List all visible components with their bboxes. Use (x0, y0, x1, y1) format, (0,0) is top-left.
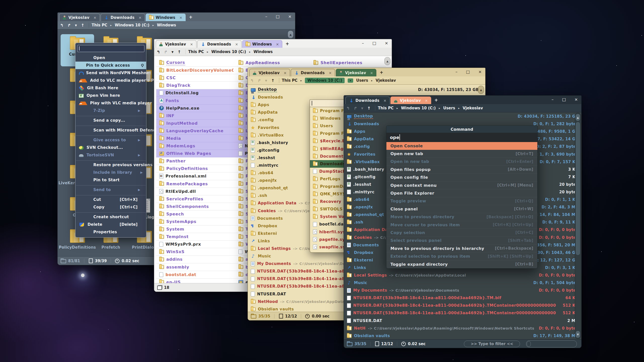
file-row[interactable]: NetHood -> C:\Users\Vjekoslav\AppData\Ro… (344, 325, 580, 332)
file-row[interactable]: RemotePackages (156, 180, 235, 188)
file-row[interactable]: NTUSER.DAT{53b39e88-18c4-11ea-a811-000d3… (344, 309, 580, 317)
context-menu-item[interactable]: Send a copy... (75, 117, 146, 124)
crumb-users[interactable]: Users (443, 106, 455, 110)
file-row[interactable]: Panther (156, 157, 235, 165)
back-button[interactable]: ↰ (60, 23, 63, 28)
new-tab-button[interactable]: + (434, 98, 438, 103)
file-row[interactable]: ShellExperiences (310, 59, 386, 67)
palette-command[interactable]: Open context menu [Ctrl+M] [Menu] (386, 182, 537, 189)
context-menu-item[interactable]: Properties (75, 228, 146, 236)
file-row[interactable]: ServiceProfiles (156, 195, 235, 203)
context-menu-item[interactable] (76, 211, 146, 213)
file-row[interactable]: PolicyDefinitions (156, 165, 235, 172)
palette-command[interactable]: Close panel [Ctrl+W] (386, 205, 537, 213)
tab[interactable]: Windows × (242, 40, 282, 48)
up-button[interactable]: ↑ (367, 106, 371, 111)
context-menu-item[interactable]: Give access to ▶ (75, 136, 146, 144)
context-menu-item[interactable]: Create shortcut (75, 213, 146, 221)
file-row[interactable]: Desktop D: 43034, F: 125185, 23 GB (344, 113, 580, 120)
context-menu-item[interactable]: Open Vim here (75, 92, 146, 99)
crumb-this-pc[interactable]: This PC (92, 23, 107, 27)
history-dropdown-button[interactable]: ▾ (75, 23, 77, 28)
close-button[interactable]: × (575, 97, 578, 102)
context-menu-filter-input[interactable] (77, 45, 144, 52)
file-row[interactable]: Fonts (156, 97, 235, 104)
history-dropdown-button[interactable]: ▾ (172, 50, 174, 54)
palette-command[interactable]: Open in new tab [Ctrl+Enter] (386, 158, 537, 166)
forward-button[interactable]: ↱ (164, 50, 167, 54)
back-button[interactable]: ↰ (157, 50, 160, 54)
tab-close-icon[interactable]: × (179, 16, 182, 20)
palette-command[interactable]: Open new tab [Ctrl+T] (386, 150, 537, 158)
back-button[interactable]: ↰ (346, 106, 350, 111)
context-menu-item[interactable]: Delete [Delete] (75, 221, 146, 228)
context-menu-item[interactable] (76, 184, 146, 186)
tab[interactable]: Downloads × (345, 97, 390, 104)
file-row[interactable]: en-US (156, 279, 235, 283)
close-button[interactable]: × (288, 14, 292, 19)
palette-command[interactable]: Extend selection to previous item [Shift… (386, 252, 537, 260)
palette-command[interactable]: Copy selection [Ctrl+C] (386, 229, 537, 237)
file-row[interactable]: Obsidian vaults D: 17, F: 149, 38 MB (344, 332, 580, 339)
tab[interactable]: Downloads × (291, 69, 335, 76)
tab-close-icon[interactable]: × (284, 71, 287, 75)
tab[interactable]: Windows × (146, 14, 186, 21)
type-to-filter-button[interactable]: >> Type to filter << (464, 341, 520, 347)
crumb-this-pc[interactable]: This PC (188, 50, 204, 54)
file-row[interactable]: WMSysPr9.prx (156, 241, 235, 248)
context-menu-item[interactable] (76, 159, 146, 161)
palette-command[interactable]: Open config file (386, 174, 537, 182)
file-row[interactable]: Music D: 0, F: 1, 504 bytes (344, 279, 580, 287)
context-menu-item[interactable]: Pin to Start (75, 176, 146, 184)
scroll-up-button[interactable]: ▲ (288, 30, 294, 38)
context-menu-item[interactable]: TortoiseSVN ▶ (75, 151, 146, 159)
up-button[interactable]: ↑ (178, 50, 181, 54)
file-row[interactable]: DiagTrack (156, 82, 235, 89)
context-menu-item[interactable]: Pin to Quick access (75, 62, 146, 69)
file-row[interactable]: TempInst (156, 233, 235, 241)
file-row[interactable]: LanguageOverlayCache (156, 127, 235, 135)
context-menu-item[interactable]: Restore previous versions (75, 161, 146, 169)
context-menu-item[interactable] (76, 125, 146, 126)
tab[interactable]: Downloads × (197, 40, 242, 48)
tab-close-icon[interactable]: × (93, 16, 96, 20)
crumb-windows[interactable]: Windows (254, 50, 273, 54)
scroll-thumb[interactable] (575, 122, 580, 255)
crumb-users[interactable]: Users (356, 78, 368, 83)
file-row[interactable]: RtlExUpd.dll (156, 188, 235, 195)
file-row[interactable]: HelpPane.exe (156, 105, 235, 112)
palette-command[interactable]: Move to previous directory [Backspace] [… (386, 213, 537, 221)
maximize-button[interactable]: □ (466, 69, 470, 74)
maximize-button[interactable]: □ (372, 41, 376, 46)
context-menu-item[interactable]: Send to ▶ (75, 186, 146, 194)
scroll-up-button[interactable]: ▲ (384, 57, 390, 65)
palette-command[interactable]: Select previous panel [Shift+Tab] (386, 237, 537, 245)
palette-command[interactable]: Open Console (386, 142, 537, 150)
maximize-button[interactable]: □ (276, 14, 279, 19)
context-menu-item[interactable] (76, 194, 146, 195)
palette-search-input[interactable]: ope (386, 133, 537, 142)
minimize-button[interactable]: – (362, 41, 364, 46)
titlebar[interactable]: Downloads × Vjekoslav × + – □ × (344, 96, 581, 104)
titlebar[interactable]: Vjekoslav × Downloads × Vjekoslav × + – … (248, 68, 485, 76)
new-tab-button[interactable]: + (380, 70, 383, 75)
file-row[interactable]: ShellComponents (156, 203, 235, 210)
file-row[interactable]: assembly (156, 263, 235, 271)
history-dropdown-button[interactable]: ▾ (361, 106, 363, 111)
tab[interactable]: Vjekoslav × (59, 14, 100, 21)
up-button[interactable]: ↑ (271, 78, 274, 83)
file-row[interactable]: Offline Web Pages (156, 150, 235, 157)
palette-command[interactable]: Move to previous directory in hierarchy … (386, 245, 537, 252)
crumb-drive[interactable]: Windows 10 (C:) (115, 23, 149, 27)
tab-close-icon[interactable]: × (190, 42, 193, 46)
file-row[interactable]: Media (156, 135, 235, 142)
palette-command[interactable]: Open files popup [Alt+Down] (386, 166, 537, 173)
file-row[interactable]: INF (156, 112, 235, 120)
file-row[interactable]: System (156, 225, 235, 233)
file-row[interactable]: Speech (156, 210, 235, 218)
scroll-up-button[interactable]: ▲ (478, 86, 484, 94)
forward-button[interactable]: ↱ (354, 106, 357, 111)
tab[interactable]: Vjekoslav × (390, 97, 431, 104)
file-row[interactable]: NTUSER.DAT 2 MB (344, 317, 580, 325)
context-menu-item[interactable]: Cut [Ctrl+X] (75, 196, 146, 203)
